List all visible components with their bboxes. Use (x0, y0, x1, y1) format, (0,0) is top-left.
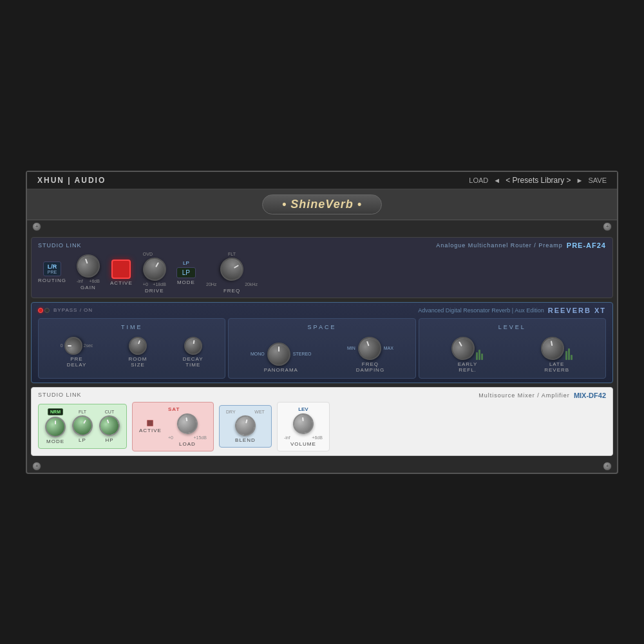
pre-delay-label: PREDELAY (67, 356, 87, 368)
mix-blue-section: DRY WET BLEND (219, 405, 272, 448)
active-button[interactable] (111, 260, 131, 279)
drive-label: DRIVE (145, 288, 164, 294)
routing-lr: L/R (48, 263, 57, 270)
mix-active-group: ACTIVE (139, 420, 162, 433)
led-off[interactable] (44, 308, 50, 313)
mix-white-section: LEV -inf +6dB VOLUME (277, 402, 330, 451)
early-refl-meter (476, 347, 483, 360)
reverb-sections: TIME 0 2sec PREDELAY ROOMSIZE (38, 318, 606, 379)
mix-active-label: ACTIVE (139, 428, 162, 433)
next-preset-button[interactable]: ► (576, 176, 583, 184)
load-button[interactable]: LOAD (469, 176, 488, 184)
screws-top (27, 220, 617, 233)
early-refl-label: EARLYREFL. (458, 361, 478, 373)
routing-display[interactable]: L/R PRE (43, 261, 62, 276)
panorama-knob[interactable] (267, 343, 290, 366)
panorama-display: MONO STEREO (251, 343, 312, 366)
freq-damping-group: MIN MAX FREQDAMPING (347, 337, 393, 373)
mix-lp-knob[interactable] (68, 412, 97, 440)
mix-blend-label: BLEND (235, 437, 256, 443)
mix-module: STUDIO LINK Multisource Mixer / Amplifie… (31, 387, 613, 456)
mix-lp-label: LP (79, 437, 86, 443)
screw-bl (32, 462, 41, 471)
plugin-frame: XHUN | AUDIO LOAD ◄ < Presets Library > … (26, 171, 618, 474)
time-controls: 0 2sec PREDELAY ROOMSIZE DECAY (43, 337, 221, 368)
freq-knob[interactable] (216, 253, 247, 285)
space-controls: MONO STEREO PANORAMA MIN MAX FRE (232, 337, 411, 373)
mix-volume-knob[interactable] (292, 412, 315, 435)
pre-module: STUDIO LINK Analogue Multichannel Router… (31, 237, 613, 298)
freq-label: FREQ (223, 288, 240, 294)
time-section: TIME 0 2sec PREDELAY ROOMSIZE (38, 318, 225, 379)
reverb-header: BYPASS / ON Advanced Digital Resonator R… (38, 307, 606, 314)
space-section-title: SPACE (232, 324, 411, 330)
drive-range: +0 +18dB (143, 282, 166, 287)
level-controls: EARLYREFL. LATEREVERB (423, 337, 601, 373)
mix-blend-knob[interactable] (232, 413, 258, 438)
decay-time-knob[interactable] (182, 335, 203, 355)
gain-range: -inf +6dB (77, 279, 100, 283)
mode-group: LP LP MODE (176, 260, 196, 285)
room-size-label: ROOMSIZE (129, 356, 147, 368)
late-reverb-label: LATEREVERB (544, 361, 569, 373)
nrm-display[interactable]: NRM (48, 408, 63, 415)
screws-bottom (27, 460, 617, 473)
lp-mode-label: LP (183, 260, 189, 266)
mix-load-group: SAT +0 +15dB LOAD (168, 406, 207, 447)
mix-hp-group: CUT HP (99, 410, 120, 443)
late-reverb-meter (565, 347, 573, 360)
panorama-label: PANORAMA (264, 367, 298, 373)
level-section: LEVEL EARLYREFL. (419, 318, 606, 379)
mix-lp-group: FLT LP (72, 410, 93, 443)
pre-delay-group: 0 2sec PREDELAY (61, 337, 93, 368)
sat-label: SAT (168, 406, 180, 412)
mix-cut-label: CUT (105, 410, 114, 414)
mix-active-btn[interactable] (147, 420, 153, 426)
led-red[interactable] (38, 308, 43, 313)
space-section: SPACE MONO STEREO PANORAMA M (228, 318, 415, 379)
stereo-label: STEREO (293, 352, 312, 356)
reverb-name: REEVERB XT (548, 307, 606, 314)
title-bar: ShineVerb (27, 189, 617, 220)
panorama-group: MONO STEREO PANORAMA (251, 343, 312, 373)
mix-pink-section: ACTIVE SAT +0 +15dB LOAD (132, 402, 214, 451)
pre-controls: L/R PRE ROUTING -inf +6dB GAIN ACTIVE (38, 252, 606, 294)
room-size-knob[interactable] (126, 334, 149, 357)
freq-damping-label: FREQDAMPING (356, 361, 384, 373)
gain-knob[interactable] (73, 251, 103, 281)
early-refl-knob[interactable] (448, 332, 479, 364)
drive-knob[interactable] (138, 253, 170, 285)
plugin-title: ShineVerb (262, 194, 382, 214)
freq-range: 20Hz 20kHz (206, 282, 258, 287)
routing-pre: PRE (48, 270, 57, 274)
screw-tl (32, 222, 41, 231)
pre-studio-link-label: STUDIO LINK (38, 242, 82, 249)
save-button[interactable]: SAVE (588, 176, 607, 184)
late-reverb-knob[interactable] (539, 335, 566, 362)
freq-damping-knob[interactable] (355, 333, 384, 363)
decay-time-label: DECAYTIME (183, 356, 204, 368)
mix-header: STUDIO LINK Multisource Mixer / Amplifie… (38, 392, 606, 399)
mix-flt-label: FLT (79, 410, 86, 414)
ovd-label: OVD (143, 252, 153, 256)
reverb-subtitle: Advanced Digital Resonator Reverb | Aux … (418, 307, 544, 314)
mix-load-knob[interactable] (175, 412, 199, 435)
mix-hp-knob[interactable] (96, 412, 122, 439)
mix-mode-group: NRM MODE (45, 408, 66, 444)
mix-mode-label: MODE (46, 439, 64, 444)
routing-group: L/R PRE ROUTING (38, 261, 66, 283)
bypass-area: BYPASS / ON (38, 307, 93, 313)
prev-preset-button[interactable]: ◄ (493, 176, 500, 184)
mix-green-section: NRM MODE FLT LP CUT HP (38, 404, 127, 449)
brand-label: XHUN | AUDIO (37, 176, 106, 185)
reverb-module: BYPASS / ON Advanced Digital Resonator R… (31, 302, 613, 383)
pre-delay-knob[interactable] (64, 337, 82, 355)
level-section-title: LEVEL (423, 324, 601, 330)
gain-group: -inf +6dB GAIN (77, 254, 100, 290)
mix-subtitle: Multisource Mixer / Amplifier (478, 392, 570, 399)
time-max: 2sec (84, 343, 93, 348)
drive-group: OVD +0 +18dB DRIVE (143, 252, 166, 294)
mix-mode-knob[interactable] (45, 417, 66, 437)
room-size-group: ROOMSIZE (129, 337, 147, 368)
mode-display[interactable]: LP (176, 267, 196, 278)
